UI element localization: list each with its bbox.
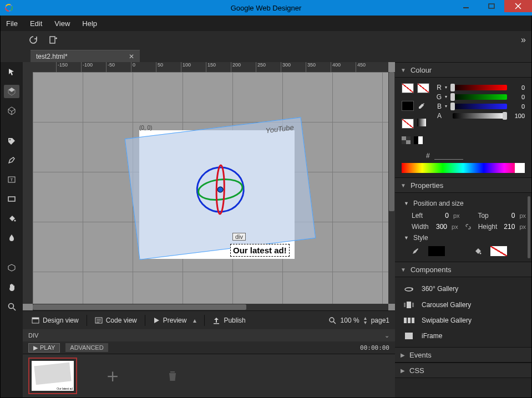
- style-header[interactable]: ▼Style: [404, 234, 526, 242]
- zoom-stepper-icon[interactable]: ▴▾: [364, 316, 367, 325]
- window-close-button[interactable]: [504, 0, 532, 12]
- page-selector[interactable]: page1: [371, 317, 389, 324]
- design-view-button[interactable]: Design view: [28, 314, 82, 326]
- spectrum-bar[interactable]: [402, 163, 525, 173]
- play-button[interactable]: ▶ PLAY: [28, 343, 60, 353]
- stroke-swatch[interactable]: [417, 83, 429, 93]
- r-slider[interactable]: [450, 85, 507, 90]
- component-carousel-gallery[interactable]: Carousel Gallery: [395, 297, 531, 313]
- menu-help[interactable]: Help: [82, 19, 97, 28]
- new-page-icon[interactable]: [47, 34, 59, 46]
- svg-rect-43: [412, 318, 414, 323]
- 3d-translate-tool-icon[interactable]: [4, 104, 19, 118]
- position-size-header[interactable]: ▼Position and size: [404, 200, 526, 207]
- hand-tool-icon[interactable]: [4, 280, 19, 294]
- publish-button[interactable]: Publish: [209, 314, 249, 326]
- selection-tool-icon[interactable]: [4, 65, 19, 79]
- panel-colour-header[interactable]: ▼Colour: [395, 62, 531, 78]
- tab-close-icon[interactable]: ✕: [129, 53, 134, 60]
- refresh-icon[interactable]: [27, 34, 39, 46]
- canvas[interactable]: px -150 -100 -50 0 50 100 150 200 250 30…: [23, 62, 395, 310]
- pencil-icon[interactable]: [412, 247, 419, 255]
- ink-tool-icon[interactable]: [4, 231, 19, 244]
- zoom-value[interactable]: 100 %: [341, 317, 359, 324]
- gradient-icon[interactable]: [417, 119, 426, 129]
- g-slider[interactable]: [450, 94, 507, 100]
- 3d-stage-tool-icon[interactable]: [4, 261, 19, 274]
- right-panel: ▼Colour: [395, 62, 531, 397]
- toolbar-overflow-icon[interactable]: »: [521, 35, 526, 45]
- style-fill-swatch[interactable]: [428, 246, 445, 256]
- canvas-scrollbar-horizontal[interactable]: [33, 304, 388, 310]
- none-swatch[interactable]: [402, 119, 414, 129]
- component-360-gallery[interactable]: 360° Gallery: [395, 280, 531, 297]
- breadcrumb[interactable]: DIV: [28, 332, 38, 339]
- selected-element[interactable]: YouTube: [125, 117, 316, 259]
- foreground-swatch[interactable]: [402, 101, 414, 111]
- svg-rect-5: [489, 4, 494, 8]
- left-input[interactable]: 0: [435, 212, 449, 220]
- carousel-icon: [403, 301, 415, 309]
- svg-point-27: [330, 318, 334, 322]
- g-value[interactable]: 0: [510, 94, 525, 100]
- fill-swatch[interactable]: [402, 83, 414, 93]
- ruler-vertical[interactable]: [23, 72, 33, 304]
- play-icon: [153, 317, 160, 324]
- panel-events-header[interactable]: ▶Events: [395, 347, 531, 363]
- preview-button[interactable]: Preview ▴: [150, 314, 200, 326]
- svg-rect-12: [8, 197, 15, 201]
- 3d-rotate-tool-icon[interactable]: [4, 85, 19, 98]
- panel-components-header[interactable]: ▼Components: [395, 262, 531, 277]
- bucket-icon[interactable]: [474, 247, 482, 255]
- a-slider[interactable]: [453, 113, 507, 119]
- eyedropper-icon[interactable]: [417, 102, 425, 110]
- rotation-gizmo-icon[interactable]: [190, 159, 251, 220]
- pattern-swatch-icon[interactable]: [402, 136, 411, 144]
- panel-css-header[interactable]: ▶CSS: [395, 363, 531, 378]
- breadcrumb-toggle-icon[interactable]: ⌄: [384, 332, 389, 339]
- delete-frame-button[interactable]: [148, 358, 197, 394]
- add-frame-button[interactable]: ＋: [88, 358, 137, 394]
- height-input[interactable]: 210: [501, 223, 515, 231]
- properties-scrollbar[interactable]: [528, 196, 530, 258]
- frame-thumb[interactable]: Our latest ad: [28, 358, 77, 394]
- canvas-stage[interactable]: (0, 0) YouTube: [33, 72, 388, 304]
- r-value[interactable]: 0: [510, 84, 525, 91]
- document-tab[interactable]: test2.html* ✕: [31, 50, 140, 62]
- bw-swatch-icon[interactable]: [414, 136, 423, 144]
- rotate-360-icon: [403, 284, 415, 293]
- menu-edit[interactable]: Edit: [30, 19, 42, 28]
- advanced-button[interactable]: ADVANCED: [65, 343, 108, 352]
- panel-properties-header[interactable]: ▼Properties: [395, 177, 531, 193]
- b-slider[interactable]: [450, 104, 507, 109]
- rectangle-tool-icon[interactable]: [4, 192, 19, 206]
- component-iframe[interactable]: iFrame: [395, 328, 531, 344]
- youtube-label: YouTube: [265, 123, 295, 135]
- ad-text-element[interactable]: Our latest ad!: [230, 244, 290, 257]
- a-value[interactable]: 100: [510, 113, 525, 119]
- hex-input[interactable]: [434, 152, 463, 160]
- preview-dropdown-icon[interactable]: ▴: [193, 317, 196, 324]
- menu-view[interactable]: View: [54, 19, 70, 28]
- ruler-horizontal[interactable]: -150 -100 -50 0 50 100 150 200 250 300 3…: [23, 62, 388, 72]
- window-minimize-button[interactable]: [453, 0, 479, 12]
- zoom-icon[interactable]: [328, 317, 336, 324]
- window-title: Google Web Designer: [231, 4, 302, 12]
- zoom-tool-icon[interactable]: [4, 300, 19, 313]
- link-dimensions-icon[interactable]: [465, 223, 472, 230]
- window-maximize-button[interactable]: [479, 0, 504, 12]
- canvas-scrollbar-vertical[interactable]: [388, 72, 395, 304]
- fill-tool-icon[interactable]: [4, 212, 19, 225]
- tag-tool-icon[interactable]: [4, 134, 19, 147]
- text-tool-icon[interactable]: T: [4, 173, 19, 186]
- pen-tool-icon[interactable]: [4, 154, 19, 167]
- tab-label: test2.html*: [36, 53, 68, 60]
- style-bg-swatch[interactable]: [490, 246, 507, 256]
- component-swipable-gallery[interactable]: Swipable Gallery: [395, 313, 531, 328]
- width-input[interactable]: 300: [434, 223, 447, 231]
- b-value[interactable]: 0: [510, 103, 525, 110]
- top-input[interactable]: 0: [501, 212, 515, 220]
- tab-bar: test2.html* ✕: [1, 49, 531, 62]
- menu-file[interactable]: File: [6, 19, 18, 28]
- code-view-button[interactable]: Code view: [92, 314, 140, 326]
